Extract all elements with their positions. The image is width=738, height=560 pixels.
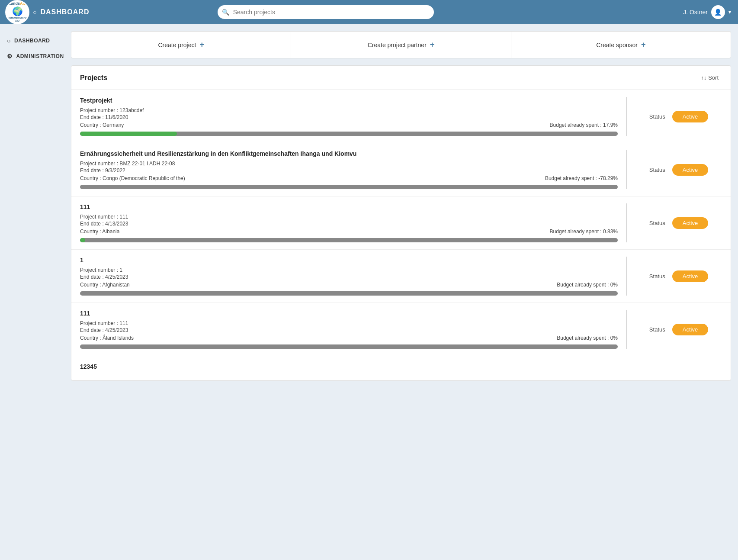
sort-button[interactable]: ↑↓ Sort [697,73,722,83]
project-budget-row: Country : Afghanistan Budget already spe… [80,282,618,288]
plus-icon-sponsor: + [641,40,646,49]
progress-bar [80,132,618,136]
project-status-area: Status Active [627,324,722,335]
project-end-date: End date : 9/3/2022 [80,167,618,174]
sidebar: ○ DASHBOARD ⚙ ADMINISTRATION [0,24,64,560]
plus-icon-partner: + [430,40,435,49]
project-row-inner: 1 Project number : 1 End date : 4/25/202… [80,257,722,296]
create-sponsor-label: Create sponsor [596,42,638,48]
project-number: Project number : 111 [80,214,618,220]
logo[interactable]: LandsAid 🌍 HUMANITARIAN AID [5,0,29,24]
project-main: 1 Project number : 1 End date : 4/25/202… [80,257,627,296]
project-main: 12345 [80,363,722,373]
project-country: Country : Afghanistan [80,282,130,288]
project-end-date: End date : 4/25/2023 [80,327,618,333]
table-row[interactable]: 12345 [71,356,731,380]
status-badge: Active [672,164,708,176]
budget-info: Budget already spent : -78.29% [545,175,618,181]
table-row[interactable]: 111 Project number : 111 End date : 4/13… [71,196,731,250]
project-status-area: Status Active [627,217,722,229]
project-name: 111 [80,310,618,317]
project-main: Testprojekt Project number : 123abcdef E… [80,97,627,136]
project-name: 111 [80,203,618,210]
table-row[interactable]: Ernährungssicherheit und Resilienzstärku… [71,143,731,196]
project-country: Country : Germany [80,122,124,128]
progress-bar [80,291,618,296]
progress-bar [80,185,618,189]
project-budget-row: Country : Åland Islands Budget already s… [80,335,618,341]
project-status-area: Status Active [627,164,722,176]
user-name: J. Ostner [683,9,708,16]
main-content: Create project + Create project partner … [64,24,738,560]
create-project-partner-button[interactable]: Create project partner + [291,32,511,58]
project-number: Project number : BMZ 22-01 I ADH 22-08 [80,161,618,167]
search-bar: 🔍 [218,5,434,19]
status-badge: Active [672,111,708,122]
sidebar-item-dashboard[interactable]: ○ DASHBOARD [0,33,64,48]
sidebar-item-administration[interactable]: ⚙ ADMINISTRATION [0,48,64,64]
status-label: Status [649,273,665,280]
table-row[interactable]: 1 Project number : 1 End date : 4/25/202… [71,250,731,303]
project-number: Project number : 1 [80,267,618,273]
sort-label: Sort [708,74,719,81]
chevron-down-icon[interactable]: ▾ [728,9,731,15]
avatar: 👤 [711,5,725,19]
search-icon: 🔍 [222,9,229,16]
main-layout: ○ DASHBOARD ⚙ ADMINISTRATION Create proj… [0,24,738,560]
project-status-area: Status Active [627,270,722,282]
status-label: Status [649,220,665,226]
budget-info: Budget already spent : 0% [557,282,618,288]
project-status-area: Status Active [627,111,722,122]
status-badge: Active [672,217,708,229]
project-number: Project number : 123abcdef [80,107,618,113]
budget-info: Budget already spent : 17.9% [550,122,618,128]
project-row-inner: Testprojekt Project number : 123abcdef E… [80,97,722,136]
project-name: 1 [80,257,618,264]
project-name: Ernährungssicherheit und Resilienzstärku… [80,150,618,157]
project-country: Country : Åland Islands [80,335,134,341]
progress-bar [80,238,618,242]
budget-info: Budget already spent : 0% [557,335,618,341]
progress-bar [80,344,618,349]
status-badge: Active [672,324,708,335]
create-project-button[interactable]: Create project + [71,32,291,58]
projects-panel: Projects ↑↓ Sort Testprojekt Project num… [71,65,731,381]
table-row[interactable]: Testprojekt Project number : 123abcdef E… [71,90,731,143]
plus-icon-project: + [199,40,204,49]
app-title: ○ DASHBOARD [33,8,89,16]
project-name: Testprojekt [80,97,618,104]
project-row-inner: 12345 [80,363,722,373]
project-row-inner: 111 Project number : 111 End date : 4/13… [80,203,722,242]
project-row-inner: Ernährungssicherheit und Resilienzstärku… [80,150,722,189]
project-budget-row: Country : Albania Budget already spent :… [80,229,618,235]
create-project-partner-label: Create project partner [368,42,427,48]
sidebar-item-dashboard-label: DASHBOARD [14,38,50,44]
top-navigation: LandsAid 🌍 HUMANITARIAN AID ○ DASHBOARD … [0,0,738,24]
project-end-date: End date : 11/6/2020 [80,114,618,120]
sort-icon: ↑↓ [701,74,706,81]
project-main: 111 Project number : 111 End date : 4/25… [80,310,627,349]
budget-info: Budget already spent : 0.83% [550,229,618,235]
projects-header: Projects ↑↓ Sort [71,66,731,90]
status-label: Status [649,113,665,120]
gear-icon: ⚙ [7,53,13,60]
status-label: Status [649,167,665,173]
project-name: 12345 [80,363,713,370]
project-end-date: End date : 4/25/2023 [80,274,618,280]
table-row[interactable]: 111 Project number : 111 End date : 4/25… [71,303,731,356]
create-project-label: Create project [158,42,196,48]
dashboard-icon: ○ [7,37,11,44]
search-input[interactable] [218,5,434,19]
project-budget-row: Country : Germany Budget already spent :… [80,122,618,128]
projects-title: Projects [80,74,107,82]
project-number: Project number : 111 [80,320,618,326]
sidebar-item-administration-label: ADMINISTRATION [16,53,64,59]
project-main: Ernährungssicherheit und Resilienzstärku… [80,150,627,189]
user-menu[interactable]: J. Ostner 👤 ▾ [683,5,731,19]
project-row-inner: 111 Project number : 111 End date : 4/25… [80,310,722,349]
project-country: Country : Congo (Democratic Republic of … [80,175,185,181]
project-country: Country : Albania [80,229,119,235]
create-sponsor-button[interactable]: Create sponsor + [511,32,731,58]
projects-list: Testprojekt Project number : 123abcdef E… [71,90,731,380]
status-label: Status [649,326,665,333]
